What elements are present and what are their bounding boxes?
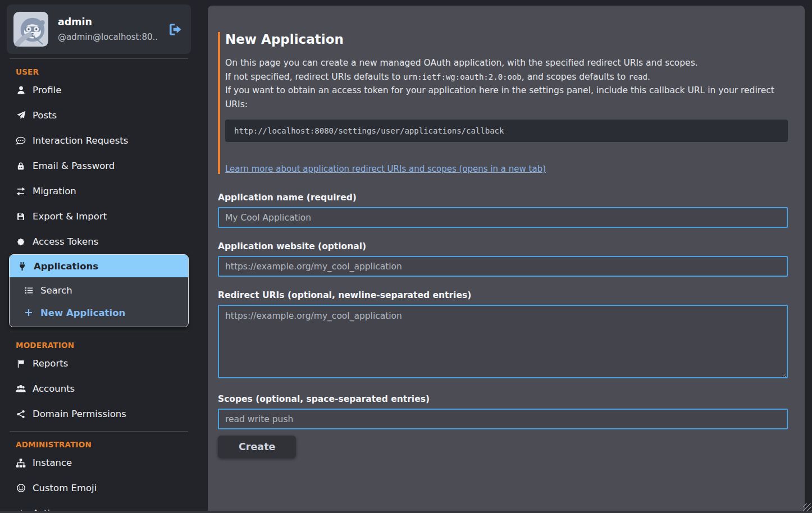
lock-icon (16, 162, 26, 171)
sidebar-item-email-password[interactable]: Email & Password (0, 153, 199, 178)
nav-label: Access Tokens (33, 236, 98, 247)
plug-icon (17, 262, 27, 271)
nav-label: Custom Emoji (33, 483, 97, 493)
divider (10, 332, 188, 332)
intro-line-2-text-pre: If not specified, redirect URIs defaults… (225, 72, 403, 82)
nav-label: Export & Import (33, 211, 107, 222)
list-icon (24, 286, 34, 295)
users-icon (16, 383, 26, 394)
application-name-label: Application name (required) (218, 193, 788, 203)
nav-label: Migration (33, 186, 76, 196)
sidebar: admin @admin@localhost:80... USER Profil… (0, 0, 199, 513)
applications-submenu: Search New Application (10, 277, 188, 327)
sidebar-item-applications[interactable]: Applications (10, 255, 188, 277)
nav-label: Search (40, 285, 72, 296)
intro-line-1: On this page you can create a new manage… (225, 56, 788, 70)
intro-line-2-text-end: . (647, 72, 650, 82)
paper-plane-icon (16, 111, 26, 120)
certificate-icon (16, 237, 26, 246)
inline-code-read: read (628, 72, 647, 81)
section-label-user: USER (16, 67, 199, 76)
nav-label: Accounts (33, 383, 75, 394)
sidebar-item-reports[interactable]: Reports (0, 351, 199, 376)
user-handle: @admin@localhost:80... (58, 32, 158, 42)
floppy-disk-icon (16, 212, 26, 221)
user-display-name: admin (58, 16, 158, 28)
sign-out-icon[interactable] (168, 22, 183, 37)
learn-more-link[interactable]: Learn more about application redirect UR… (225, 164, 546, 174)
intro-line-3: If you want to obtain an access token fo… (225, 84, 788, 111)
user-card[interactable]: admin @admin@localhost:80... (7, 4, 191, 54)
callback-url-code-block: http://localhost:8080/settings/user/appl… (225, 120, 788, 142)
app-root: admin @admin@localhost:80... USER Profil… (0, 0, 812, 513)
new-application-form: Application name (required) Application … (218, 193, 788, 458)
horizontal-scrollbar[interactable] (0, 511, 812, 513)
application-website-field-group: Application website (optional) (218, 241, 788, 277)
nav-label: Posts (33, 110, 57, 121)
section-label-moderation: MODERATION (16, 341, 199, 350)
create-button[interactable]: Create (218, 436, 296, 458)
application-name-field-group: Application name (required) (218, 193, 788, 228)
sidebar-item-domain-permissions[interactable]: Domain Permissions (0, 401, 199, 427)
nav-label: Instance (33, 457, 72, 468)
sidebar-item-migration[interactable]: Migration (0, 178, 199, 204)
sidebar-item-posts[interactable]: Posts (0, 103, 199, 128)
user-meta: admin @admin@localhost:80... (58, 16, 158, 42)
scopes-label: Scopes (optional, space-separated entrie… (218, 394, 788, 404)
divider (10, 431, 188, 432)
sidebar-item-instance[interactable]: Instance (0, 450, 199, 475)
nav-label: Email & Password (33, 161, 115, 171)
applications-group: Applications Search New Application (9, 254, 189, 327)
redirect-uris-textarea[interactable] (218, 305, 788, 378)
sitemap-icon (16, 458, 26, 468)
callback-url: http://localhost:8080/settings/user/appl… (234, 126, 504, 135)
sloth-mascot-avatar (13, 12, 48, 47)
sidebar-item-accounts[interactable]: Accounts (0, 376, 199, 401)
application-website-label: Application website (optional) (218, 241, 788, 251)
flag-icon (16, 359, 26, 368)
user-icon (16, 85, 26, 95)
application-name-input[interactable] (218, 207, 788, 228)
inline-code-oob: urn:ietf:wg:oauth:2.0:oob (403, 72, 522, 81)
divider (10, 58, 188, 59)
sidebar-item-export-import[interactable]: Export & Import (0, 204, 199, 229)
nav-label: Reports (33, 358, 68, 369)
sidebar-nav: USER Profile Posts Interaction Requests (0, 67, 199, 513)
intro-line-2-text-mid: , and scopes defaults to (522, 72, 628, 82)
redirect-uris-label: Redirect URIs (optional, newline-separat… (218, 290, 788, 300)
sidebar-item-interaction-requests[interactable]: Interaction Requests (0, 128, 199, 153)
application-website-input[interactable] (218, 256, 788, 277)
window-resize-grip-icon[interactable] (803, 503, 811, 511)
redirect-uris-field-group: Redirect URIs (optional, newline-separat… (218, 290, 788, 381)
sidebar-item-access-tokens[interactable]: Access Tokens (0, 229, 199, 254)
nav-label: Profile (33, 85, 61, 95)
smile-icon (16, 483, 26, 493)
section-label-administration: ADMINISTRATION (16, 440, 199, 449)
main-panel: New Application On this page you can cre… (208, 6, 805, 513)
nav-label: Interaction Requests (33, 135, 128, 146)
page-title: New Application (225, 32, 788, 47)
scopes-input[interactable] (218, 409, 788, 429)
scopes-field-group: Scopes (optional, space-separated entrie… (218, 394, 788, 429)
nav-label: Applications (34, 261, 98, 272)
sidebar-item-new-application[interactable]: New Application (10, 301, 188, 324)
nav-label: Domain Permissions (33, 409, 126, 419)
sidebar-item-profile[interactable]: Profile (0, 77, 199, 103)
sidebar-item-applications-search[interactable]: Search (10, 279, 188, 301)
intro-line-2: If not specified, redirect URIs defaults… (225, 70, 788, 84)
page-header: New Application On this page you can cre… (218, 32, 788, 174)
nav-label: New Application (40, 308, 125, 318)
share-nodes-icon (16, 410, 26, 419)
comment-dots-icon (16, 136, 26, 146)
transfer-arrows-icon (16, 186, 26, 196)
plus-icon (24, 308, 34, 317)
sidebar-item-custom-emoji[interactable]: Custom Emoji (0, 475, 199, 501)
